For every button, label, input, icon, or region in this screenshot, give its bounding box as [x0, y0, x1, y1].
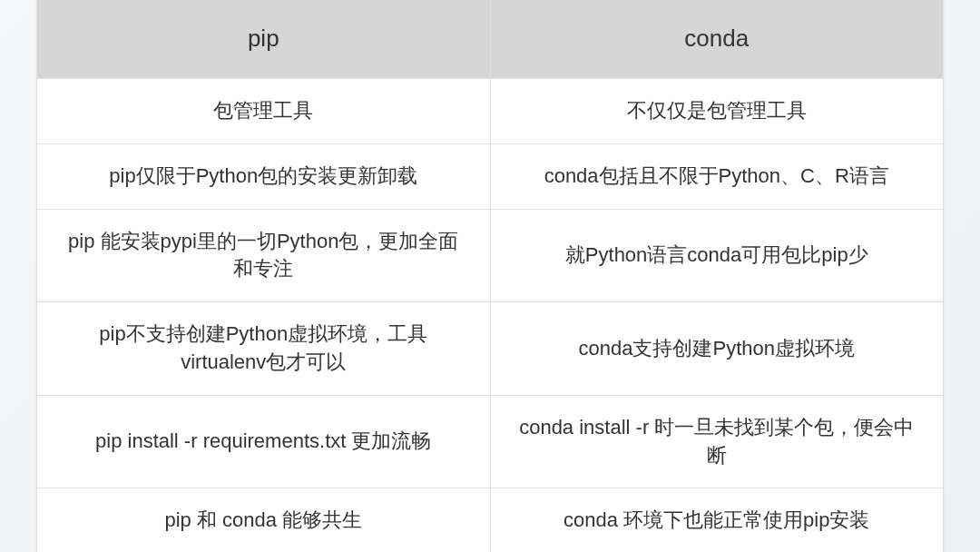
cell-pip: pip仅限于Python包的安装更新卸载 [37, 143, 490, 209]
header-pip: pip [37, 0, 490, 78]
table-header-row: pip conda [37, 0, 943, 78]
table-row: pip 和 conda 能够共生 conda 环境下也能正常使用pip安装 [37, 488, 943, 552]
table-row: 包管理工具 不仅仅是包管理工具 [37, 78, 943, 143]
cell-conda: conda包括且不限于Python、C、R语言 [490, 143, 943, 209]
table-row: pip不支持创建Python虚拟环境，工具virtualenv包才可以 cond… [37, 302, 943, 396]
table-row: pip install -r requirements.txt 更加流畅 con… [37, 395, 943, 488]
header-conda: conda [490, 0, 943, 78]
cell-conda: 就Python语言conda可用包比pip少 [490, 209, 943, 302]
cell-conda: conda install -r 时一旦未找到某个包，便会中断 [490, 395, 943, 488]
cell-conda: conda支持创建Python虚拟环境 [490, 302, 943, 396]
table-row: pip 能安装pypi里的一切Python包，更加全面和专注 就Python语言… [37, 209, 943, 302]
table-row: pip仅限于Python包的安装更新卸载 conda包括且不限于Python、C… [37, 143, 943, 209]
comparison-table-container: pip conda 包管理工具 不仅仅是包管理工具 pip仅限于Python包的… [36, 0, 944, 552]
comparison-table: pip conda 包管理工具 不仅仅是包管理工具 pip仅限于Python包的… [37, 0, 943, 552]
cell-pip: pip 能安装pypi里的一切Python包，更加全面和专注 [37, 209, 490, 302]
cell-pip: 包管理工具 [37, 78, 490, 143]
cell-pip: pip不支持创建Python虚拟环境，工具virtualenv包才可以 [37, 302, 490, 396]
cell-conda: 不仅仅是包管理工具 [490, 78, 943, 143]
cell-pip: pip install -r requirements.txt 更加流畅 [37, 395, 490, 488]
cell-conda: conda 环境下也能正常使用pip安装 [490, 488, 943, 552]
cell-pip: pip 和 conda 能够共生 [37, 488, 490, 552]
